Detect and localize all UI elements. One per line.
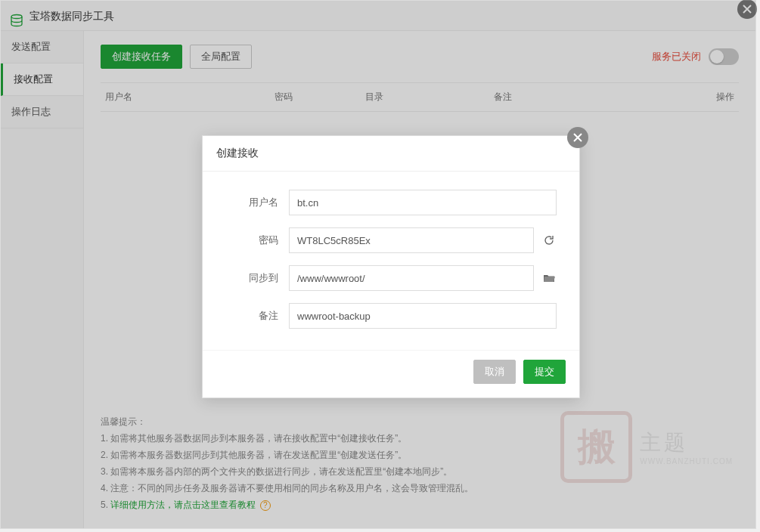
cancel-button[interactable]: 取消 (473, 360, 516, 384)
input-password[interactable] (289, 227, 534, 253)
field-remark: 备注 (225, 303, 557, 329)
create-receive-modal: 创建接收 用户名 密码 同步到 备注 (202, 135, 580, 398)
label-username: 用户名 (225, 196, 289, 209)
field-password: 密码 (225, 227, 557, 253)
field-sync-to: 同步到 (225, 265, 557, 291)
label-remark: 备注 (225, 309, 289, 323)
input-remark[interactable] (289, 303, 557, 329)
refresh-icon[interactable] (541, 234, 557, 246)
input-sync-to[interactable] (289, 265, 534, 291)
label-password: 密码 (225, 234, 289, 247)
field-username: 用户名 (225, 190, 557, 215)
input-username[interactable] (289, 190, 557, 215)
modal-title: 创建接收 (203, 136, 579, 172)
app-window: 宝塔数据同步工具 发送配置 接收配置 操作日志 创建接收任务 全局配置 服务已关… (0, 0, 756, 529)
submit-button[interactable]: 提交 (523, 360, 566, 384)
label-sync-to: 同步到 (225, 271, 289, 285)
modal-close-icon[interactable] (567, 127, 588, 148)
folder-icon[interactable] (541, 272, 557, 284)
